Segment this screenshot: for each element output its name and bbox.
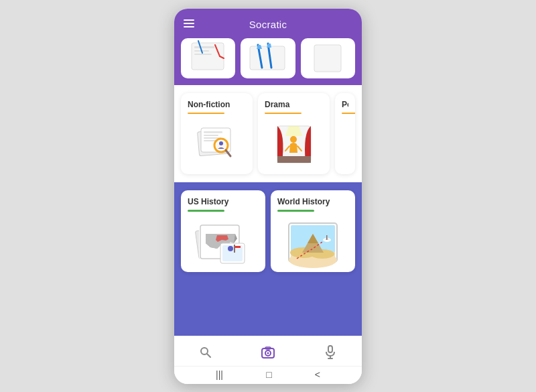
nonfiction-illustration (188, 121, 246, 168)
nonfiction-label: Non-fiction (188, 100, 246, 109)
top-card-3[interactable] (301, 38, 355, 78)
white-section: Non-fiction (174, 85, 362, 183)
us-history-illustration (188, 218, 259, 265)
world-history-card[interactable]: World History (271, 190, 355, 272)
svg-rect-24 (277, 156, 311, 163)
us-history-label: US History (188, 197, 259, 206)
svg-rect-3 (194, 54, 212, 55)
svg-rect-15 (204, 131, 222, 133)
svg-rect-48 (326, 235, 328, 240)
search-nav-icon[interactable] (195, 342, 216, 363)
system-menu-button[interactable]: ||| (216, 369, 223, 380)
top-cards-row (174, 38, 362, 85)
world-history-accent (277, 210, 314, 212)
svg-line-50 (207, 354, 210, 357)
world-history-label: World History (277, 197, 348, 206)
us-history-accent (188, 210, 224, 212)
svg-rect-1 (194, 46, 214, 48)
svg-point-22 (219, 141, 223, 145)
bottom-nav (174, 336, 362, 366)
row2-cards: US History (181, 190, 355, 272)
row1-cards: Non-fiction (181, 93, 355, 175)
system-bar: ||| □ < (174, 366, 362, 384)
svg-rect-37 (235, 245, 241, 246)
svg-point-25 (290, 136, 297, 143)
drama-card[interactable]: Drama (258, 93, 330, 175)
app-header: Socratic (174, 9, 362, 38)
system-home-button[interactable]: □ (266, 369, 271, 380)
us-history-card[interactable]: US History (181, 190, 265, 272)
hamburger-line-2 (184, 23, 194, 24)
drama-illustration (265, 121, 323, 168)
poetry-card[interactable]: Po (335, 93, 355, 175)
nonfiction-card[interactable]: Non-fiction (181, 93, 253, 175)
drama-label: Drama (265, 100, 323, 109)
top-card-1[interactable] (181, 38, 235, 78)
svg-rect-7 (250, 46, 285, 70)
camera-nav-icon[interactable] (257, 342, 279, 363)
hamburger-line-3 (184, 26, 194, 27)
hamburger-line-1 (184, 19, 194, 21)
purple-section: US History (174, 182, 362, 336)
drama-accent (265, 113, 302, 115)
svg-point-54 (267, 352, 269, 354)
top-card-img-3 (301, 38, 355, 78)
mic-nav-icon[interactable] (320, 342, 341, 363)
nonfiction-accent (188, 113, 224, 115)
hamburger-menu[interactable] (184, 19, 194, 27)
top-card-img-2 (241, 38, 295, 78)
system-back-button[interactable]: < (315, 369, 320, 380)
svg-rect-35 (234, 245, 235, 253)
svg-rect-55 (328, 346, 332, 352)
top-card-2[interactable] (241, 38, 295, 78)
phone-frame: Socratic (174, 9, 362, 384)
svg-rect-12 (314, 45, 341, 72)
poetry-label: Po (342, 100, 348, 109)
svg-point-34 (228, 246, 233, 251)
app-title: Socratic (249, 19, 287, 30)
svg-rect-18 (204, 140, 216, 141)
world-history-illustration (277, 218, 348, 265)
svg-rect-16 (204, 135, 218, 136)
top-card-img-1 (181, 38, 235, 78)
poetry-accent (342, 113, 355, 115)
